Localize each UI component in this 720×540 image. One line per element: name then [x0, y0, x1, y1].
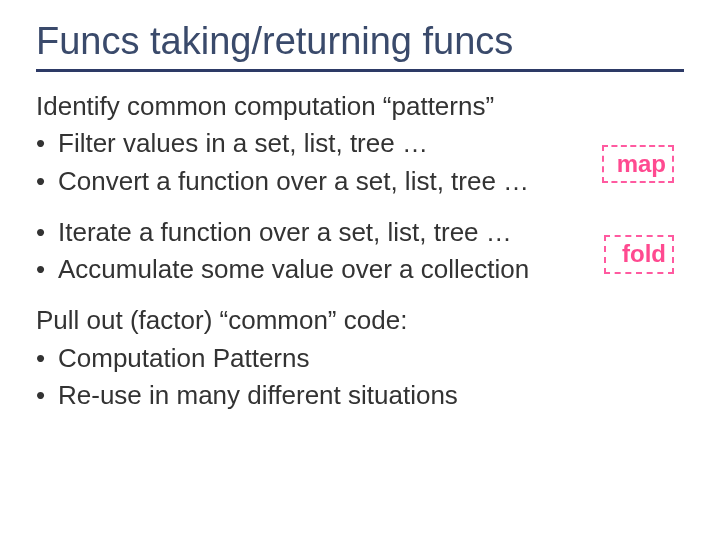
- bullet-convert: • Convert a function over a set, list, t…: [36, 165, 684, 198]
- bullet-text: Re-use in many different situations: [58, 379, 684, 412]
- row-convert: map • Convert a function over a set, lis…: [36, 165, 684, 198]
- bullet-filter: • Filter values in a set, list, tree …: [36, 127, 684, 160]
- spacer: [36, 202, 684, 216]
- bullet-dot-icon: •: [36, 342, 58, 375]
- bullet-text: Iterate a function over a set, list, tre…: [58, 216, 684, 249]
- spacer: [36, 290, 684, 304]
- row-accumulate: fold • Accumulate some value over a coll…: [36, 253, 684, 286]
- bullet-dot-icon: •: [36, 127, 58, 160]
- title-underline: [36, 69, 684, 72]
- slide-title: Funcs taking/returning funcs: [36, 20, 684, 63]
- slide: Funcs taking/returning funcs Identify co…: [0, 0, 720, 540]
- bullet-dot-icon: •: [36, 253, 58, 286]
- bullet-dot-icon: •: [36, 165, 58, 198]
- bullet-text: Accumulate some value over a collection: [58, 253, 684, 286]
- bullet-patterns: • Computation Patterns: [36, 342, 684, 375]
- bullet-accumulate: • Accumulate some value over a collectio…: [36, 253, 684, 286]
- bullet-dot-icon: •: [36, 379, 58, 412]
- bullet-reuse: • Re-use in many different situations: [36, 379, 684, 412]
- outro-text: Pull out (factor) “common” code:: [36, 304, 684, 337]
- slide-body: Identify common computation “patterns” •…: [36, 90, 684, 412]
- bullet-dot-icon: •: [36, 216, 58, 249]
- bullet-text: Convert a function over a set, list, tre…: [58, 165, 684, 198]
- bullet-iterate: • Iterate a function over a set, list, t…: [36, 216, 684, 249]
- annotation-map: map: [602, 145, 674, 184]
- intro-text: Identify common computation “patterns”: [36, 90, 684, 123]
- bullet-text: Filter values in a set, list, tree …: [58, 127, 684, 160]
- annotation-fold: fold: [604, 235, 674, 274]
- bullet-text: Computation Patterns: [58, 342, 684, 375]
